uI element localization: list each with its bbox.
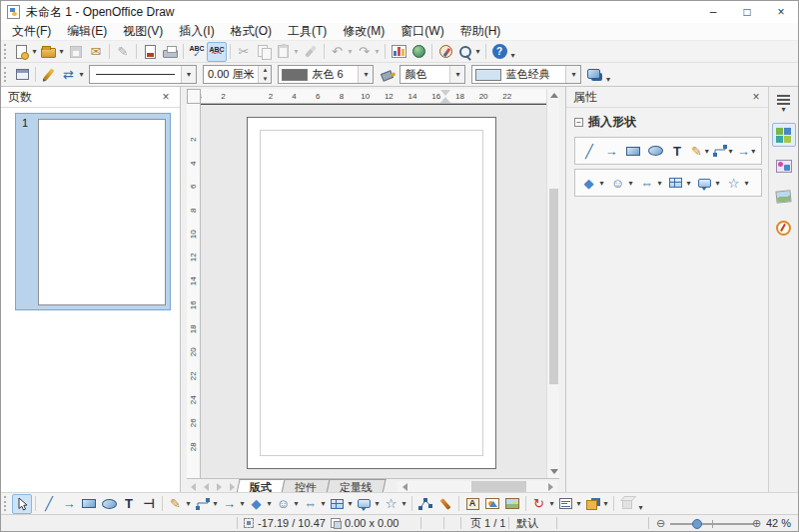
chevron-down-icon[interactable]: ▾ <box>728 147 732 156</box>
zoom-out-button[interactable]: ⊖ <box>656 515 665 531</box>
basic-shapes-tool[interactable]: ◆▾ <box>247 494 274 514</box>
select-tool[interactable] <box>12 494 32 514</box>
toolbar-overflow-button[interactable]: ▾ <box>509 51 516 60</box>
vertical-scrollbar-thumb[interactable] <box>549 189 558 384</box>
glue-points-button[interactable] <box>435 494 455 514</box>
zoom-in-button[interactable]: ⊕ <box>752 515 761 531</box>
line-tool[interactable]: ╱ <box>39 494 59 514</box>
block-arrows-tool[interactable]: ⇔▾ <box>637 173 664 193</box>
flowchart-tool[interactable]: ▾ <box>328 494 355 514</box>
ellipse-tool[interactable] <box>99 494 119 514</box>
line-dialog-button[interactable] <box>39 65 59 85</box>
chevron-down-icon[interactable]: ▾ <box>656 179 663 188</box>
chevron-down-icon[interactable]: ▾ <box>78 70 85 79</box>
chevron-down-icon[interactable]: ▾ <box>743 179 750 188</box>
hyperlink-button[interactable] <box>408 42 428 62</box>
email-button[interactable]: ✉ <box>86 42 106 62</box>
open-button[interactable]: ▾ <box>39 42 66 62</box>
zoom-slider-track[interactable] <box>670 517 754 530</box>
symbol-shapes-tool[interactable]: ☺▾ <box>274 494 301 514</box>
export-pdf-button[interactable] <box>140 42 160 62</box>
flowchart-tool[interactable]: ▾ <box>666 173 693 193</box>
chevron-down-icon[interactable]: ▾ <box>685 179 692 188</box>
help-button[interactable]: ? <box>489 42 509 62</box>
pages-panel-close-icon[interactable]: × <box>159 90 173 104</box>
title-bar[interactable]: 未命名 1 - OpenOffice Draw – □ × <box>1 1 798 23</box>
rotate-button[interactable]: ↻▾ <box>529 494 556 514</box>
chevron-down-icon[interactable]: ▾ <box>185 499 192 508</box>
lines-arrows-tool[interactable]: →▾ <box>736 141 757 161</box>
callouts-tool[interactable]: ▾ <box>355 494 382 514</box>
chevron-down-icon[interactable]: ▾ <box>751 147 756 156</box>
text-tool[interactable]: T <box>667 141 687 161</box>
chevron-down-icon[interactable]: ▾ <box>374 499 381 508</box>
fill-type-combobox[interactable]: 颜色▾ <box>400 65 465 84</box>
spin-down-icon[interactable]: ▼ <box>259 75 271 84</box>
chevron-down-icon[interactable]: ▾ <box>293 499 300 508</box>
chevron-down-icon[interactable]: ▾ <box>704 147 709 156</box>
line-style-combobox[interactable]: ▾ <box>89 65 197 84</box>
connector-tool[interactable]: ▾ <box>712 141 733 161</box>
sidebar-tab-gallery[interactable] <box>772 154 796 178</box>
maximize-button[interactable]: □ <box>730 1 764 23</box>
toolbar-grip[interactable] <box>4 496 8 511</box>
ellipse-tool[interactable] <box>645 141 665 161</box>
stars-tool[interactable]: ☆▾ <box>724 173 751 193</box>
scroll-left-button[interactable] <box>398 483 411 491</box>
navigator-button[interactable] <box>435 42 455 62</box>
gallery-button[interactable] <box>502 494 522 514</box>
stars-tool[interactable]: ☆▾ <box>382 494 408 514</box>
connector-tool[interactable]: ▾ <box>193 494 220 514</box>
toolbar-overflow-button[interactable]: ▾ <box>637 503 644 512</box>
rectangle-tool[interactable] <box>623 141 643 161</box>
print-button[interactable] <box>160 42 180 62</box>
arrow-tool[interactable]: → <box>59 494 79 514</box>
basic-shapes-tool[interactable]: ◆▾ <box>579 173 606 193</box>
spellcheck-button[interactable]: ABC✓ <box>187 42 207 62</box>
chevron-down-icon[interactable]: ▾ <box>449 66 464 83</box>
chevron-down-icon[interactable]: ▾ <box>400 499 407 508</box>
margin-marker-icon[interactable] <box>440 90 450 103</box>
vertical-ruler[interactable]: 246810121416182022242628 <box>187 104 201 478</box>
toolbar-overflow-button[interactable]: ▾ <box>604 75 611 84</box>
auto-spellcheck-toggle[interactable]: ABC~~ <box>207 42 227 62</box>
chevron-down-icon[interactable]: ▾ <box>347 499 354 508</box>
sidebar-tab-properties[interactable] <box>772 123 796 147</box>
chevron-down-icon[interactable]: ▾ <box>320 499 327 508</box>
horizontal-ruler[interactable]: 42246810121416182022 <box>201 89 546 104</box>
line-width-value[interactable]: 0.00 厘米 <box>204 67 258 82</box>
chevron-down-icon[interactable]: ▾ <box>31 47 38 56</box>
block-arrows-tool[interactable]: ⇔▾ <box>301 494 328 514</box>
chevron-down-icon[interactable]: ▾ <box>358 66 373 83</box>
toolbar-grip[interactable] <box>4 67 8 82</box>
spinner-arrows[interactable]: ▲▼ <box>258 66 271 83</box>
menu-item[interactable]: 编辑(E) <box>59 22 115 41</box>
menu-item[interactable]: 文件(F) <box>4 22 59 41</box>
chevron-down-icon[interactable]: ▾ <box>627 179 634 188</box>
page-thumbnail-preview[interactable] <box>38 119 166 305</box>
properties-panel-close-icon[interactable]: × <box>749 90 763 104</box>
scroll-right-button[interactable] <box>543 483 557 491</box>
symbol-shapes-tool[interactable]: ☺▾ <box>608 173 635 193</box>
vertical-text-tool[interactable]: ⊣ <box>139 494 159 514</box>
toolbar-grip[interactable] <box>4 44 8 59</box>
menu-item[interactable]: 窗口(W) <box>393 22 451 41</box>
curve-tool[interactable]: ✎▾ <box>166 494 193 514</box>
drawing-page[interactable] <box>247 117 496 469</box>
menu-item[interactable]: 修改(M) <box>335 22 393 41</box>
chevron-down-icon[interactable]: ▾ <box>212 499 219 508</box>
chevron-down-icon[interactable]: ▾ <box>575 499 582 508</box>
menu-item[interactable]: 视图(V) <box>115 22 171 41</box>
menu-item[interactable]: 工具(T) <box>280 22 335 41</box>
insert-chart-button[interactable] <box>389 42 408 62</box>
collapse-icon[interactable]: − <box>574 118 583 127</box>
sidebar-tab-media[interactable] <box>772 185 796 209</box>
line-tool[interactable]: ╱ <box>579 141 599 161</box>
new-document-button[interactable]: ▾ <box>12 42 39 62</box>
insert-from-file-button[interactable] <box>482 494 502 514</box>
arrow-tool[interactable]: → <box>601 141 621 161</box>
zoom-button[interactable]: ▾ <box>455 42 482 62</box>
chevron-down-icon[interactable]: ▾ <box>598 179 605 188</box>
minimize-button[interactable]: – <box>696 1 730 23</box>
chevron-down-icon[interactable]: ▾ <box>714 179 721 188</box>
